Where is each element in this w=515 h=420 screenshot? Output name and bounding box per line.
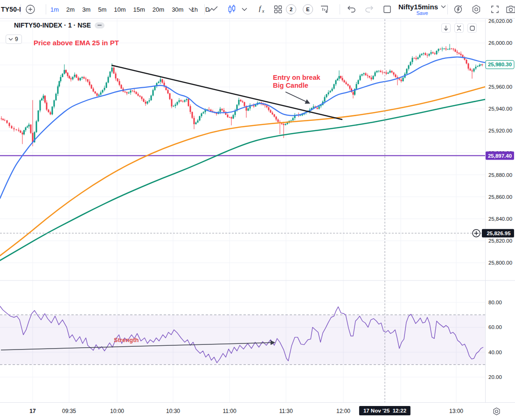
candle-body (22, 133, 23, 134)
timeframe-1m[interactable]: 1m (49, 5, 61, 14)
candlestick-chart-type-button[interactable] (227, 4, 237, 14)
template-badge-2[interactable]: 2 (286, 4, 296, 14)
maximize-icon (470, 26, 475, 31)
candle-body (25, 127, 27, 130)
timeframe-30m[interactable]: 30m (170, 5, 185, 14)
timeframe-10m[interactable]: 10m (112, 5, 127, 14)
template-badge-e[interactable]: E (303, 4, 313, 14)
scroll-to-recent-button[interactable] (441, 23, 451, 33)
symbol-title[interactable]: NIFTY50-INDEX · 1 · NSE (14, 21, 91, 29)
candle-body (54, 100, 55, 107)
annotation-ema-note[interactable]: Price above EMA 25 in PT (34, 39, 119, 47)
annotation-entry-note[interactable]: Entry on break Big Candle (273, 74, 320, 90)
timeframe-20m[interactable]: 20m (151, 5, 166, 14)
candle-body (434, 53, 436, 54)
candle-body (255, 105, 257, 106)
price-axis-label: 25,940.00 (488, 106, 512, 112)
candle-body (238, 100, 240, 105)
candle-body (74, 75, 76, 77)
candle-body (445, 49, 447, 49)
candle-body (108, 77, 109, 83)
candle-body (425, 53, 426, 55)
bar-replay-button[interactable] (319, 4, 329, 14)
candle-body (72, 77, 74, 79)
candle-body (136, 92, 137, 94)
fullscreen-button[interactable] (490, 5, 500, 14)
current-price-badge: 25,980.30 (486, 60, 514, 69)
layout-select-button[interactable] (383, 5, 392, 14)
compare-add-symbol-button[interactable] (25, 4, 35, 14)
candle-body (287, 123, 288, 124)
candle-body (60, 77, 62, 81)
candle-body (344, 80, 345, 82)
timeframe-5m[interactable]: 5m (96, 5, 108, 14)
entry-arrow-drawing[interactable] (285, 92, 309, 103)
candle-body (199, 116, 201, 120)
candle-body (223, 110, 225, 112)
maximize-pane-button[interactable] (467, 23, 477, 33)
candle-body (192, 112, 193, 118)
candle-body (130, 91, 132, 92)
time-axis[interactable]: 1709:3510:0010:3011:0011:3012:0013:00 17… (0, 402, 515, 420)
hide-legend-button[interactable] (95, 22, 104, 28)
indicator-count-box[interactable]: 9 (6, 35, 22, 44)
redo-button[interactable] (364, 5, 375, 14)
candle-body (421, 54, 423, 55)
line-chart-type-button[interactable] (208, 5, 219, 14)
collapse-pane-button[interactable] (454, 23, 464, 33)
timeframe-dropdown-chevron[interactable] (188, 7, 194, 11)
rsi-band-fill (0, 315, 485, 365)
timeframe-3m[interactable]: 3m (80, 5, 92, 14)
candle-body (134, 91, 135, 92)
candle-body (453, 49, 454, 49)
candle-body (248, 108, 249, 111)
candle-body (104, 88, 105, 90)
candle-body (203, 112, 204, 113)
candle-body (139, 96, 141, 97)
single-layout-icon (383, 5, 392, 14)
candle-body (89, 82, 90, 85)
price-axis-panel[interactable] (485, 19, 515, 402)
candle-body (482, 64, 483, 65)
candle-body (41, 98, 42, 100)
chart-canvas[interactable]: 26,020.0026,000.0025,980.0025,960.0025,9… (0, 19, 515, 402)
annotation-strength[interactable]: Strength (114, 336, 139, 343)
svg-text:f: f (259, 5, 262, 12)
candle-body (460, 54, 462, 55)
candle-body (349, 86, 351, 89)
save-button[interactable]: Save (416, 11, 428, 16)
chevron-down-icon (188, 7, 194, 11)
indicator-templates-button[interactable] (273, 5, 283, 14)
undo-button[interactable] (346, 5, 356, 14)
indicators-button[interactable]: f x (257, 4, 268, 15)
candle-body (447, 49, 449, 50)
candle-body (145, 102, 146, 104)
axis-add-alert-button[interactable] (473, 230, 480, 237)
candle-body (121, 85, 122, 89)
candle-body (388, 73, 389, 74)
alert-button[interactable] (453, 4, 463, 14)
screenshot-button[interactable] (506, 5, 515, 14)
candle-body (184, 100, 186, 102)
layout-name[interactable]: Nifty15mins (398, 3, 438, 10)
candle-body (158, 82, 160, 83)
time-axis-settings-button[interactable] (492, 407, 501, 418)
chart-legend[interactable]: NIFTY50-INDEX · 1 · NSE (14, 21, 104, 29)
candle-body (278, 119, 279, 122)
candle-body (418, 57, 419, 59)
symbol-button[interactable]: TY50-I (1, 6, 21, 13)
price-axis-label: 26,020.00 (488, 19, 512, 24)
candle-body (470, 69, 471, 70)
candle-body (119, 81, 120, 85)
chart-type-dropdown-chevron[interactable] (242, 7, 247, 11)
timeframe-2m[interactable]: 2m (64, 5, 77, 14)
chevron-down-icon[interactable] (441, 5, 446, 8)
settings-button[interactable] (471, 4, 481, 14)
settings-hexagon-icon (492, 407, 501, 416)
bar-replay-icon (319, 4, 329, 14)
candle-body (360, 76, 361, 80)
candle-body (373, 76, 374, 79)
candle-body (319, 106, 320, 109)
timeframe-15m[interactable]: 15m (132, 5, 147, 14)
candle-body (272, 112, 273, 114)
